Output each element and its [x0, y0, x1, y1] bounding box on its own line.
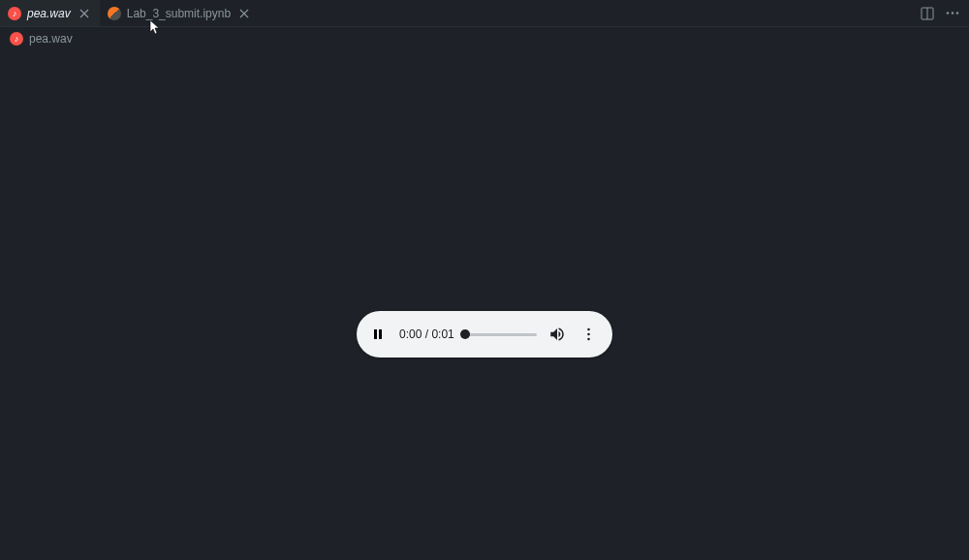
audio-player: 0:00 / 0:01: [357, 311, 612, 358]
svg-rect-6: [379, 329, 382, 339]
more-actions-icon[interactable]: [942, 3, 963, 24]
tabs: ♪ pea.wav Lab_3_submit.ipynb: [0, 0, 917, 26]
split-editor-icon[interactable]: [917, 3, 938, 24]
svg-point-3: [952, 12, 953, 14]
close-icon[interactable]: [236, 6, 252, 21]
tab-lab3-submit[interactable]: Lab_3_submit.ipynb: [100, 0, 260, 26]
audio-file-icon: ♪: [8, 7, 21, 20]
kebab-menu-icon[interactable]: [578, 324, 599, 345]
volume-icon[interactable]: [547, 324, 568, 345]
svg-rect-5: [374, 329, 377, 339]
svg-point-8: [587, 333, 590, 336]
breadcrumb-label: pea.wav: [29, 32, 73, 46]
tab-bar: ♪ pea.wav Lab_3_submit.ipynb: [0, 0, 969, 27]
pause-button[interactable]: [366, 323, 390, 346]
breadcrumb[interactable]: ♪ pea.wav: [0, 27, 969, 50]
editor-content: 0:00 / 0:01: [0, 50, 969, 560]
time-display: 0:00 / 0:01: [399, 327, 454, 341]
tab-label: pea.wav: [27, 7, 71, 20]
svg-point-9: [587, 338, 590, 341]
progress-slider[interactable]: [464, 333, 537, 336]
editor-actions: [917, 3, 969, 24]
close-icon[interactable]: [77, 6, 92, 21]
svg-point-4: [956, 12, 958, 14]
svg-point-7: [587, 328, 590, 331]
svg-point-2: [947, 12, 949, 14]
jupyter-file-icon: [108, 7, 121, 20]
progress-thumb[interactable]: [460, 329, 470, 339]
tab-label: Lab_3_submit.ipynb: [127, 7, 231, 20]
tab-pea-wav[interactable]: ♪ pea.wav: [0, 0, 100, 26]
audio-file-icon: ♪: [10, 32, 23, 46]
